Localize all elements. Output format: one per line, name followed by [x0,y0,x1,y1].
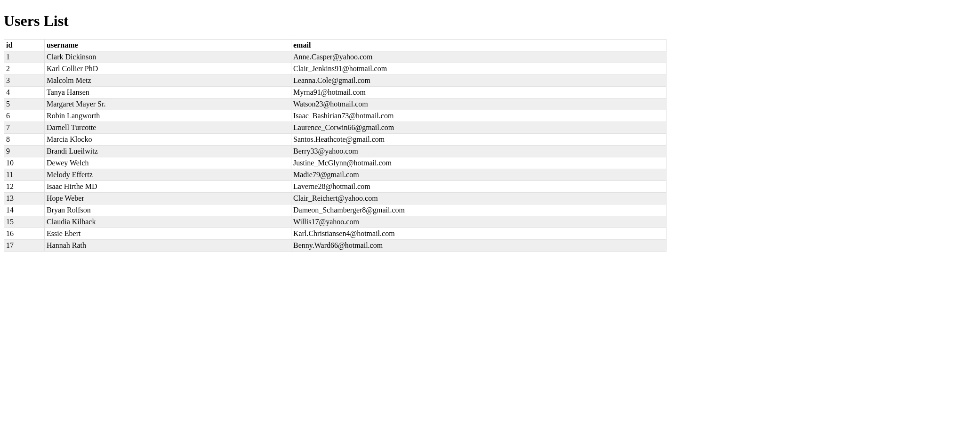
cell-email: Santos.Heathcote@gmail.com [291,134,667,146]
cell-username: Malcolm Metz [45,75,291,87]
cell-username: Isaac Hirthe MD [45,181,291,193]
cell-email: Isaac_Bashirian73@hotmail.com [291,110,667,122]
cell-username: Tanya Hansen [45,87,291,98]
cell-email: Leanna.Cole@gmail.com [291,75,667,87]
cell-id: 14 [4,204,45,216]
cell-email: Laurence_Corwin66@gmail.com [291,122,667,134]
cell-email: Willis17@yahoo.com [291,216,667,228]
cell-id: 6 [4,110,45,122]
cell-email: Clair_Reichert@yahoo.com [291,193,667,204]
cell-username: Dewey Welch [45,157,291,169]
cell-username: Karl Collier PhD [45,63,291,75]
table-row: 6Robin LangworthIsaac_Bashirian73@hotmai… [4,110,667,122]
cell-id: 11 [4,169,45,181]
cell-username: Clark Dickinson [45,51,291,63]
cell-id: 10 [4,157,45,169]
cell-id: 13 [4,193,45,204]
cell-id: 15 [4,216,45,228]
cell-username: Hope Weber [45,193,291,204]
cell-id: 4 [4,87,45,98]
cell-email: Anne.Casper@yahoo.com [291,51,667,63]
cell-id: 9 [4,146,45,157]
cell-id: 2 [4,63,45,75]
cell-email: Berry33@yahoo.com [291,146,667,157]
table-row: 5Margaret Mayer Sr.Watson23@hotmail.com [4,98,667,110]
cell-email: Justine_McGlynn@hotmail.com [291,157,667,169]
cell-email: Dameon_Schamberger8@gmail.com [291,204,667,216]
column-header-username: username [45,40,291,51]
column-header-id: id [4,40,45,51]
table-row: 13Hope WeberClair_Reichert@yahoo.com [4,193,667,204]
table-row: 16Essie EbertKarl.Christiansen4@hotmail.… [4,228,667,240]
table-header-row: id username email [4,40,667,51]
cell-email: Clair_Jenkins91@hotmail.com [291,63,667,75]
cell-id: 1 [4,51,45,63]
table-row: 7Darnell TurcotteLaurence_Corwin66@gmail… [4,122,667,134]
table-row: 17Hannah RathBenny.Ward66@hotmail.com [4,240,667,252]
cell-email: Watson23@hotmail.com [291,98,667,110]
cell-id: 17 [4,240,45,252]
cell-id: 5 [4,98,45,110]
table-row: 11Melody EffertzMadie79@gmail.com [4,169,667,181]
page-title: Users List [4,12,976,30]
cell-id: 12 [4,181,45,193]
cell-id: 7 [4,122,45,134]
table-row: 10Dewey WelchJustine_McGlynn@hotmail.com [4,157,667,169]
cell-email: Benny.Ward66@hotmail.com [291,240,667,252]
cell-username: Hannah Rath [45,240,291,252]
cell-email: Madie79@gmail.com [291,169,667,181]
cell-username: Darnell Turcotte [45,122,291,134]
cell-id: 8 [4,134,45,146]
table-row: 12Isaac Hirthe MDLaverne28@hotmail.com [4,181,667,193]
cell-email: Myrna91@hotmail.com [291,87,667,98]
table-row: 1Clark DickinsonAnne.Casper@yahoo.com [4,51,667,63]
column-header-email: email [291,40,667,51]
table-row: 9Brandi LueilwitzBerry33@yahoo.com [4,146,667,157]
cell-username: Brandi Lueilwitz [45,146,291,157]
cell-username: Robin Langworth [45,110,291,122]
cell-email: Karl.Christiansen4@hotmail.com [291,228,667,240]
table-row: 14Bryan RolfsonDameon_Schamberger8@gmail… [4,204,667,216]
users-table: id username email 1Clark DickinsonAnne.C… [4,39,667,252]
table-row: 8Marcia KlockoSantos.Heathcote@gmail.com [4,134,667,146]
cell-username: Essie Ebert [45,228,291,240]
cell-id: 3 [4,75,45,87]
cell-id: 16 [4,228,45,240]
cell-username: Bryan Rolfson [45,204,291,216]
cell-username: Melody Effertz [45,169,291,181]
cell-username: Marcia Klocko [45,134,291,146]
users-table-container: id username email 1Clark DickinsonAnne.C… [4,39,667,256]
table-row: 3Malcolm MetzLeanna.Cole@gmail.com [4,75,667,87]
cell-username: Claudia Kilback [45,216,291,228]
table-row: 4Tanya HansenMyrna91@hotmail.com [4,87,667,98]
cell-username: Margaret Mayer Sr. [45,98,291,110]
cell-email: Laverne28@hotmail.com [291,181,667,193]
table-row: 2Karl Collier PhDClair_Jenkins91@hotmail… [4,63,667,75]
table-row: 15Claudia KilbackWillis17@yahoo.com [4,216,667,228]
